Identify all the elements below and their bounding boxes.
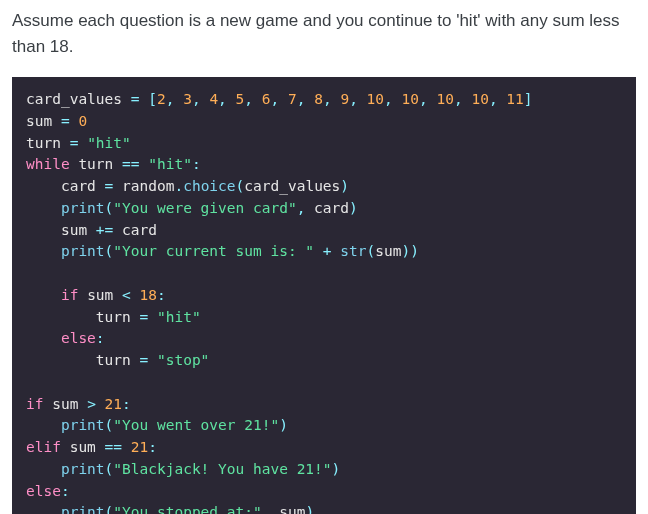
code-obj: random	[122, 178, 174, 194]
code-num: 6	[262, 91, 271, 107]
code-op: =	[140, 352, 149, 368]
code-var: turn	[26, 135, 61, 151]
code-keyword: if	[61, 287, 78, 303]
code-punct: ]	[524, 91, 533, 107]
code-var: sum	[87, 287, 113, 303]
code-op: =	[70, 135, 79, 151]
code-rparen: )	[349, 200, 358, 216]
code-lparen: (	[105, 504, 114, 514]
code-op: +=	[96, 222, 113, 238]
code-num: 0	[78, 113, 87, 129]
code-str: "hit"	[87, 135, 131, 151]
code-num: 5	[236, 91, 245, 107]
code-colon: :	[122, 396, 131, 412]
code-comma: ,	[192, 91, 209, 107]
code-str: "Blackjack! You have 21!"	[113, 461, 331, 477]
code-op: =	[140, 309, 149, 325]
code-str: "Your current sum is: "	[113, 243, 314, 259]
code-num: 18	[140, 287, 157, 303]
code-var: card_values	[26, 91, 122, 107]
code-arg: sum	[375, 243, 401, 259]
code-comma: ,	[489, 91, 506, 107]
code-keyword: elif	[26, 439, 61, 455]
code-keyword: if	[26, 396, 43, 412]
code-var: sum	[26, 113, 52, 129]
code-rparen: )	[401, 243, 410, 259]
code-comma: ,	[454, 91, 471, 107]
code-rparen: )	[305, 504, 314, 514]
code-keyword: while	[26, 156, 70, 172]
code-arg: card	[122, 222, 157, 238]
code-num: 2	[157, 91, 166, 107]
code-num: 7	[288, 91, 297, 107]
code-rparen: )	[332, 461, 341, 477]
code-num: 10	[367, 91, 384, 107]
code-lparen: (	[367, 243, 376, 259]
code-rparen: )	[410, 243, 419, 259]
code-func: print	[61, 243, 105, 259]
code-str: "hit"	[157, 309, 201, 325]
code-num: 21	[131, 439, 148, 455]
code-num: 9	[340, 91, 349, 107]
code-lparen: (	[105, 243, 114, 259]
code-op: <	[122, 287, 131, 303]
code-func: choice	[183, 178, 235, 194]
instruction-text: Assume each question is a new game and y…	[12, 8, 636, 59]
code-arg: sum	[279, 504, 305, 514]
code-comma: ,	[218, 91, 235, 107]
code-arg: card	[314, 200, 349, 216]
code-var: card	[61, 178, 96, 194]
code-str: "You stopped at:"	[113, 504, 261, 514]
code-op: =	[61, 113, 70, 129]
code-var: turn	[96, 352, 131, 368]
code-num: 10	[402, 91, 419, 107]
code-colon: :	[157, 287, 166, 303]
code-comma: ,	[297, 91, 314, 107]
code-num: 4	[209, 91, 218, 107]
code-str: "You were given card"	[113, 200, 296, 216]
code-comma: ,	[384, 91, 401, 107]
code-op: ==	[105, 439, 122, 455]
code-num: 8	[314, 91, 323, 107]
code-num: 10	[471, 91, 488, 107]
code-lparen: (	[105, 200, 114, 216]
code-comma: ,	[323, 91, 340, 107]
code-comma: ,	[166, 91, 183, 107]
code-colon: :	[148, 439, 157, 455]
code-comma: ,	[419, 91, 436, 107]
code-dot: .	[174, 178, 183, 194]
code-comma: ,	[349, 91, 366, 107]
code-op: >	[87, 396, 96, 412]
code-var: sum	[70, 439, 96, 455]
code-op: =	[131, 91, 140, 107]
code-var: sum	[52, 396, 78, 412]
code-arg: card_values	[244, 178, 340, 194]
code-rparen: )	[340, 178, 349, 194]
code-lparen: (	[236, 178, 245, 194]
code-punct: [	[148, 91, 157, 107]
code-num: 11	[506, 91, 523, 107]
code-func: print	[61, 417, 105, 433]
content-container: Assume each question is a new game and y…	[0, 0, 648, 514]
code-num: 3	[183, 91, 192, 107]
code-var: sum	[61, 222, 87, 238]
code-num: 21	[105, 396, 122, 412]
code-keyword: else	[61, 330, 96, 346]
code-var: turn	[78, 156, 113, 172]
code-comma: ,	[244, 91, 261, 107]
code-comma: ,	[262, 504, 271, 514]
code-colon: :	[96, 330, 105, 346]
code-func: print	[61, 461, 105, 477]
code-block: card_values = [2, 3, 4, 5, 6, 7, 8, 9, 1…	[12, 77, 636, 514]
code-op: =	[105, 178, 114, 194]
code-rparen: )	[279, 417, 288, 433]
code-colon: :	[192, 156, 201, 172]
code-lparen: (	[105, 417, 114, 433]
code-str: "You went over 21!"	[113, 417, 279, 433]
code-colon: :	[61, 483, 70, 499]
code-plus: +	[323, 243, 332, 259]
code-var: turn	[96, 309, 131, 325]
code-str: "stop"	[157, 352, 209, 368]
code-func: print	[61, 504, 105, 514]
code-func: print	[61, 200, 105, 216]
